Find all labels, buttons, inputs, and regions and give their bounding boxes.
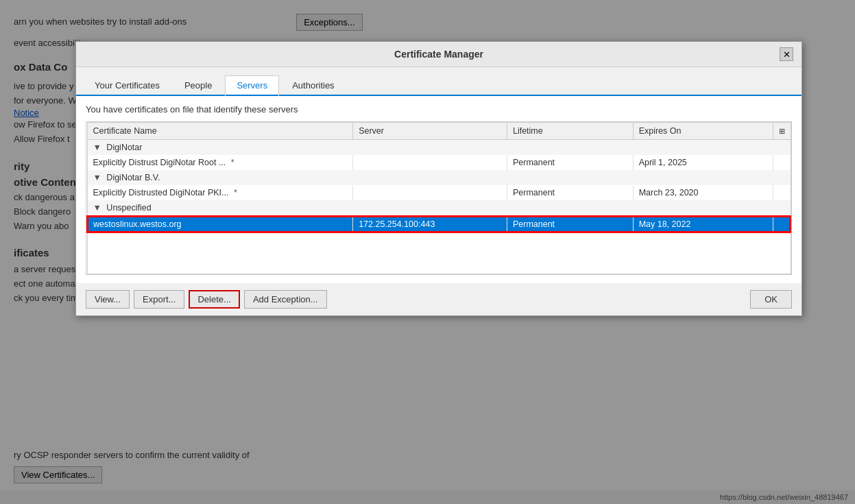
cert-name-cell-selected: westoslinux.westos.org (87, 216, 353, 232)
asterisk-icon: * (234, 188, 237, 197)
modal-footer: View... Export... Delete... Add Exceptio… (76, 283, 802, 315)
table-header-row: Certificate Name Server Lifetime Expires… (87, 123, 791, 140)
server-cell (353, 155, 507, 170)
group-row-diginotar-bv: ▼ DigiNotar B.V. (87, 170, 791, 185)
server-cell-selected: 172.25.254.100:443 (353, 216, 507, 232)
server-cell (353, 185, 507, 200)
group-name-diginotar-bv: DigiNotar B.V. (106, 173, 160, 182)
lifetime-cell: Permanent (507, 155, 633, 170)
table-row[interactable]: Explicitly Distrusted DigiNotar PKI... *… (87, 185, 791, 200)
group-name-diginotar: DigiNotar (106, 143, 142, 152)
col-header-expires-on: Expires On (633, 123, 773, 140)
export-button[interactable]: Export... (134, 290, 184, 309)
table-settings-icon[interactable]: ⊞ (779, 127, 785, 135)
cert-table: Certificate Name Server Lifetime Expires… (86, 122, 791, 274)
group-row-diginotar: ▼ DigiNotar (87, 140, 791, 156)
certificate-manager-modal: Certificate Manager ✕ Your Certificates … (75, 41, 802, 316)
row-icon-cell-selected (773, 216, 791, 232)
table-spacer-row (87, 260, 791, 274)
cert-name-text-selected: westoslinux.westos.org (93, 219, 182, 229)
lifetime-cell-selected: Permanent (507, 216, 633, 232)
expires-cell-selected: May 18, 2022 (633, 216, 773, 232)
cert-name-cell: Explicitly Distrust DigiNotar Root ... * (87, 155, 353, 170)
tri-down-diginotar: ▼ (93, 143, 101, 152)
add-exception-button[interactable]: Add Exception... (244, 290, 327, 309)
cert-name-text: Explicitly Distrust DigiNotar Root ... (93, 158, 226, 167)
ok-area: OK (750, 290, 792, 309)
tab-bar: Your Certificates People Servers Authori… (76, 67, 802, 96)
tab-people[interactable]: People (173, 75, 224, 96)
modal-close-button[interactable]: ✕ (780, 47, 793, 61)
lifetime-cell: Permanent (507, 185, 633, 200)
col-header-cert-name: Certificate Name (87, 123, 353, 140)
col-header-server: Server (353, 123, 507, 140)
table-spacer-row (87, 232, 791, 246)
view-button[interactable]: View... (86, 290, 130, 309)
col-header-lifetime: Lifetime (507, 123, 633, 140)
table-spacer-row (87, 246, 791, 260)
expires-cell: March 23, 2020 (633, 185, 773, 200)
cert-table-container[interactable]: Certificate Name Server Lifetime Expires… (86, 121, 792, 275)
tab-servers[interactable]: Servers (225, 75, 279, 96)
cert-name-cell: Explicitly Distrusted DigiNotar PKI... * (87, 185, 353, 200)
modal-title: Certificate Manager (98, 49, 780, 60)
row-icon-cell (773, 155, 791, 170)
tri-down-diginotar-bv: ▼ (93, 173, 101, 182)
modal-body: You have certificates on file that ident… (76, 96, 802, 283)
col-header-icon: ⊞ (773, 123, 791, 140)
group-name-unspecified: Unspecified (106, 203, 151, 213)
tab-authorities[interactable]: Authorities (280, 75, 346, 96)
table-row[interactable]: Explicitly Distrust DigiNotar Root ... *… (87, 155, 791, 170)
delete-button[interactable]: Delete... (189, 290, 239, 309)
ok-button[interactable]: OK (750, 290, 792, 309)
tri-down-unspecified: ▼ (93, 203, 101, 213)
asterisk-icon: * (231, 158, 234, 167)
description-text: You have certificates on file that ident… (86, 104, 792, 115)
cert-name-text: Explicitly Distrusted DigiNotar PKI... (93, 188, 229, 197)
group-row-unspecified: ▼ Unspecified (87, 200, 791, 216)
table-body: ▼ DigiNotar Explicitly Distrust DigiNota… (87, 140, 791, 274)
expires-cell: April 1, 2025 (633, 155, 773, 170)
row-icon-cell (773, 185, 791, 200)
modal-titlebar: Certificate Manager ✕ (76, 42, 802, 67)
tab-your-certificates[interactable]: Your Certificates (83, 75, 171, 96)
table-row-selected[interactable]: westoslinux.westos.org 172.25.254.100:44… (87, 216, 791, 232)
